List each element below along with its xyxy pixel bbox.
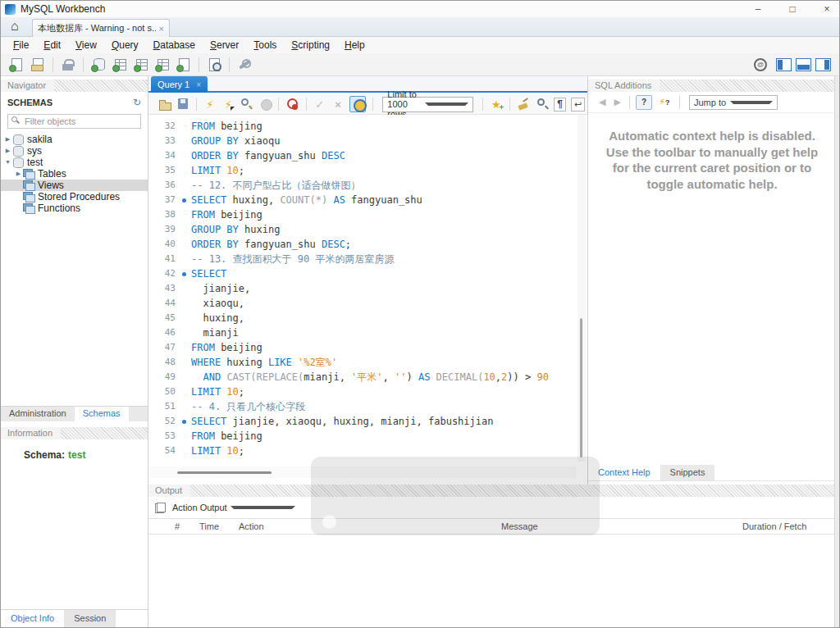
code-line-40[interactable]: 40ORDER BY fangyuan_shu DESC; — [148, 237, 576, 252]
tree-item-sakila[interactable]: ▶sakila — [1, 134, 148, 145]
chevron-right-icon[interactable]: ▶ — [14, 168, 23, 180]
create-procedure-icon[interactable] — [154, 57, 171, 73]
menu-help[interactable]: Help — [337, 39, 372, 51]
tab-schemas[interactable]: Schemas — [75, 407, 129, 422]
tab-administration[interactable]: Administration — [1, 407, 75, 422]
open-script-icon[interactable] — [158, 97, 171, 111]
toggle-right-sidebar-button[interactable] — [815, 58, 831, 71]
reconnect-dbms-icon[interactable] — [236, 57, 253, 73]
forward-icon[interactable]: ▶ — [614, 97, 620, 107]
code-line-34[interactable]: 34ORDER BY fangyuan_shu DESC — [148, 148, 576, 163]
create-view-icon[interactable] — [133, 57, 149, 73]
menu-server[interactable]: Server — [203, 39, 246, 51]
tab-context-help[interactable]: Context Help — [588, 465, 660, 480]
code-line-52[interactable]: 52SELECT jianjie, xiaoqu, huxing, mianji… — [148, 414, 576, 429]
toggle-left-sidebar-button[interactable] — [776, 58, 792, 71]
code-line-53[interactable]: 53FROM beijing — [148, 429, 576, 444]
home-icon[interactable]: ⌂ — [11, 19, 19, 34]
tab-snippets[interactable]: Snippets — [660, 465, 715, 480]
jump-to-select[interactable]: Jump to — [689, 95, 778, 110]
beautify-query-icon[interactable] — [517, 97, 530, 111]
code-line-38[interactable]: 38FROM beijing — [148, 207, 576, 222]
code-line-35[interactable]: 35LIMIT 10; — [148, 163, 576, 178]
code-line-43[interactable]: 43 jianjie, — [148, 281, 576, 296]
scrollbar-thumb[interactable] — [177, 471, 272, 474]
create-function-icon[interactable] — [176, 57, 192, 73]
manual-context-help-button[interactable]: ? — [636, 95, 652, 110]
limit-rows-select[interactable]: Limit to 1000 rows — [382, 97, 472, 112]
code-line-51[interactable]: 51-- 4. 只看几个核心字段 — [148, 399, 576, 414]
menu-tools[interactable]: Tools — [246, 39, 284, 51]
show-invisible-chars-icon[interactable]: ¶ — [554, 98, 567, 111]
menu-file[interactable]: File — [6, 39, 36, 51]
inspector-icon[interactable] — [60, 57, 76, 73]
menu-edit[interactable]: Edit — [36, 39, 68, 51]
code-line-41[interactable]: 41-- 13. 查找面积大于 90 平米的两居室房源 — [148, 252, 576, 266]
tree-item-test[interactable]: ▼test — [1, 157, 148, 168]
code-line-32[interactable]: 32FROM beijing — [148, 119, 576, 134]
action-output-select[interactable]: Action Output — [172, 503, 295, 512]
autocommit-toggle-icon[interactable] — [349, 96, 366, 112]
scrollbar-thumb[interactable] — [580, 318, 582, 457]
code-line-47[interactable]: 47FROM beijing — [148, 340, 576, 355]
save-snippet-icon[interactable]: ★+ — [490, 97, 503, 111]
execute-icon[interactable]: ⚡ — [206, 99, 213, 110]
find-icon[interactable] — [535, 97, 548, 111]
code-line-42[interactable]: 42SELECT — [148, 266, 576, 281]
code-line-50[interactable]: 50LIMIT 10; — [148, 385, 576, 399]
connection-tab-close-icon[interactable]: × — [159, 24, 164, 34]
editor-vertical-scrollbar[interactable] — [578, 115, 586, 462]
stop-query-icon[interactable] — [258, 97, 272, 111]
wrap-text-icon[interactable]: ↩ — [571, 98, 585, 111]
editor-horizontal-scrollbar[interactable] — [148, 466, 576, 478]
tab-object-info[interactable]: Object Info — [1, 610, 64, 628]
filter-objects-input[interactable] — [7, 114, 141, 129]
tree-item-sys[interactable]: ▶sys — [1, 145, 148, 157]
create-schema-icon[interactable] — [90, 57, 107, 73]
search-table-data-icon[interactable] — [206, 57, 222, 73]
minimize-button[interactable]: – — [752, 3, 764, 15]
menu-query[interactable]: Query — [104, 39, 146, 51]
rollback-icon[interactable]: × — [335, 98, 341, 111]
tree-item-tables[interactable]: ▶Tables — [1, 168, 148, 180]
code-line-45[interactable]: 45 huxing, — [148, 311, 576, 325]
code-line-44[interactable]: 44 xiaoqu, — [148, 296, 576, 311]
new-query-tab-icon[interactable] — [8, 57, 25, 73]
menu-database[interactable]: Database — [146, 39, 203, 51]
execute-current-statement-icon[interactable]: ⚡ — [225, 99, 232, 110]
code-line-37[interactable]: 37SELECT huxing, COUNT(*) AS fangyuan_sh… — [148, 193, 576, 207]
auto-context-help-toggle[interactable]: ⚡ ? — [655, 95, 673, 110]
tree-item-stored-procedures[interactable]: Stored Procedures — [1, 191, 148, 203]
code-line-36[interactable]: 36-- 12. 不同户型占比（适合做饼图） — [148, 178, 576, 193]
save-script-icon[interactable] — [176, 97, 189, 111]
commit-icon[interactable]: ✓ — [315, 98, 324, 111]
chevron-right-icon[interactable]: ▶ — [3, 145, 12, 157]
connection-tab[interactable]: 本地数据库 - Warning - not s... × — [32, 19, 170, 37]
account-icon[interactable]: @ — [754, 58, 767, 71]
code-line-48[interactable]: 48WHERE huxing LIKE '%2室%' — [148, 355, 576, 370]
toggle-output-area-button[interactable] — [796, 58, 811, 71]
sql-code-editor[interactable]: 32FROM beijing33GROUP BY xiaoqu34ORDER B… — [148, 115, 576, 462]
explain-plan-icon[interactable]: ⚡ — [240, 97, 253, 111]
code-line-39[interactable]: 39GROUP BY huxing — [148, 222, 576, 237]
tree-item-views[interactable]: Views — [1, 180, 148, 191]
code-line-33[interactable]: 33GROUP BY xiaoqu — [148, 134, 576, 148]
toggle-stop-on-error-icon[interactable] — [285, 97, 299, 111]
tab-session[interactable]: Session — [64, 610, 116, 628]
maximize-button[interactable]: □ — [787, 3, 798, 15]
create-table-icon[interactable] — [112, 57, 128, 73]
refresh-schemas-icon[interactable]: ↻ — [133, 97, 141, 108]
query-tab-close-icon[interactable]: × — [196, 80, 201, 89]
menu-scripting[interactable]: Scripting — [284, 39, 337, 51]
menu-view[interactable]: View — [68, 39, 104, 51]
close-button[interactable]: × — [821, 3, 833, 15]
code-line-49[interactable]: 49 AND CAST(REPLACE(mianji, '平米', '') AS… — [148, 370, 576, 385]
code-line-46[interactable]: 46 mianji — [148, 325, 576, 340]
tab-query-1[interactable]: Query 1 × — [151, 76, 208, 93]
tree-item-functions[interactable]: Functions — [1, 203, 148, 214]
back-icon[interactable]: ◀ — [599, 97, 605, 107]
open-sql-script-icon[interactable] — [30, 57, 46, 73]
chevron-down-icon[interactable]: ▼ — [3, 157, 12, 168]
code-line-54[interactable]: 54LIMIT 10; — [148, 444, 576, 458]
chevron-right-icon[interactable]: ▶ — [3, 134, 12, 145]
